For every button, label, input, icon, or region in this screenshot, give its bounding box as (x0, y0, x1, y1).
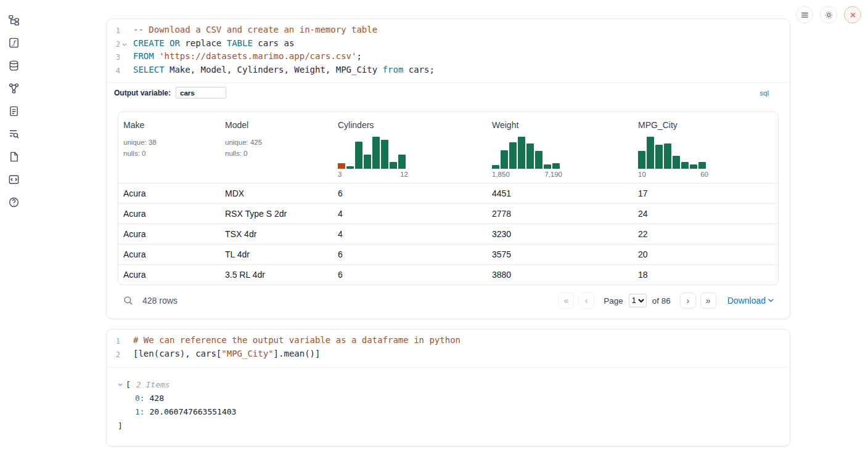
documentation-icon[interactable] (7, 172, 20, 186)
column-header-weight[interactable]: Weight1,8507,190 (487, 112, 633, 184)
help-icon[interactable] (7, 195, 20, 209)
fold-indicator-icon (120, 348, 128, 362)
code-line: 3FROM 'https://datasets.marimo.app/cars.… (110, 51, 784, 64)
page-count-label: of 86 (652, 296, 671, 305)
pagination: « ‹ Page 1 of 86 › » (558, 293, 716, 309)
fold-indicator-icon (120, 51, 128, 64)
column-header-model[interactable]: Modelunique: 425nulls: 0 (220, 112, 333, 184)
fold-indicator-icon (120, 334, 128, 348)
fold-indicator-icon (120, 24, 128, 38)
datasets-icon[interactable] (7, 59, 20, 72)
table-cell: Acura (118, 265, 220, 285)
tree-entry: 0: 428 (118, 392, 779, 406)
outline-icon[interactable] (7, 127, 20, 140)
column-name: Model (225, 120, 328, 130)
histogram-max-label: 60 (700, 171, 708, 178)
table-cell: RSX Type S 2dr (220, 204, 333, 224)
fold-indicator-icon (120, 64, 128, 78)
table-cell: Acura (118, 204, 220, 224)
column-header-cylinders[interactable]: Cylinders312 (333, 112, 487, 184)
dependency-graph-icon[interactable] (7, 81, 20, 95)
histogram-bar (526, 144, 534, 169)
collapse-chevron-icon[interactable] (118, 383, 126, 386)
output-variable-row: Output variable: sql (107, 83, 790, 103)
page-label: Page (604, 296, 623, 305)
table-cell: 18 (633, 265, 779, 285)
column-stats: unique: 425nulls: 0 (225, 137, 328, 159)
histogram-bar (544, 164, 551, 169)
prev-page-button[interactable]: ‹ (578, 293, 594, 309)
sql-code-editor[interactable]: 1-- Download a CSV and create an in-memo… (107, 19, 790, 83)
last-page-button[interactable]: » (700, 293, 716, 309)
python-output: [ 2 Items 0: 4281: 20.060747663551403 ] (107, 367, 790, 446)
histogram-min-label: 10 (638, 171, 646, 178)
histogram-bar (518, 137, 525, 169)
menu-button[interactable] (796, 6, 813, 23)
python-code-editor[interactable]: 1# We can reference the output variable … (107, 330, 790, 366)
search-icon[interactable] (123, 295, 134, 306)
first-page-button[interactable]: « (558, 293, 574, 309)
gear-icon (824, 10, 833, 20)
download-button[interactable]: Download (727, 296, 774, 305)
table-row[interactable]: AcuraRSX Type S 2dr4277824 (118, 204, 779, 224)
fold-indicator-icon[interactable] (120, 38, 128, 51)
table-row[interactable]: AcuraMDX6445117 (118, 184, 779, 204)
settings-button[interactable] (820, 6, 837, 23)
histogram-bar (698, 162, 706, 169)
table-cell: TL 4dr (220, 245, 333, 265)
scratchpad-icon[interactable]: ƒ (7, 36, 20, 49)
table-footer: 428 rows « ‹ Page 1 of 86 › » Download (107, 285, 790, 318)
table-body: AcuraMDX6445117AcuraRSX Type S 2dr427782… (118, 184, 779, 285)
table-cell: 17 (633, 184, 779, 204)
line-number: 4 (110, 64, 120, 78)
table-row[interactable]: Acura3.5 RL 4dr6388018 (118, 265, 779, 285)
histogram-max-label: 7,190 (544, 171, 562, 178)
chevron-down-icon (768, 299, 774, 302)
row-count: 428 rows (142, 296, 178, 305)
svg-text:ƒ: ƒ (11, 39, 17, 46)
close-button[interactable] (844, 6, 861, 23)
table-cell: Acura (118, 184, 220, 204)
next-page-button[interactable]: › (680, 293, 696, 309)
column-header-make[interactable]: Makeunique: 38nulls: 0 (118, 112, 220, 184)
table-row[interactable]: AcuraTL 4dr6357520 (118, 245, 779, 265)
histogram: 312 (338, 137, 408, 178)
topbar-actions (796, 6, 861, 23)
histogram-bar (681, 162, 689, 169)
histogram-bar (673, 156, 680, 169)
tree-entry: 1: 20.060747663551403 (118, 405, 779, 419)
histogram-bar (552, 163, 560, 169)
table-cell: 20 (633, 245, 779, 265)
tree-root-line: [ 2 Items (118, 378, 779, 392)
column-name: Make (123, 120, 215, 130)
close-icon (848, 10, 858, 20)
close-bracket: ] (118, 419, 779, 432)
table-row[interactable]: AcuraTSX 4dr4323022 (118, 224, 779, 245)
histogram-bar (655, 145, 663, 169)
histogram-bar (492, 165, 499, 169)
line-number: 1 (110, 334, 120, 348)
column-name: MPG_City (638, 120, 774, 130)
output-variable-input[interactable] (176, 87, 226, 99)
histogram-bar (535, 151, 542, 169)
notebook-area: 1-- Download a CSV and create an in-memo… (106, 18, 790, 447)
table-cell: Acura (118, 245, 220, 265)
code-line: 1# We can reference the output variable … (110, 334, 784, 348)
page-select[interactable]: 1 (629, 294, 647, 307)
histogram-bar (390, 162, 397, 169)
snippets-icon[interactable] (7, 150, 20, 163)
file-explorer-icon[interactable] (7, 13, 20, 26)
table-cell: 4451 (487, 184, 633, 204)
table-cell: 6 (333, 265, 487, 285)
histogram-min-label: 1,850 (492, 171, 510, 178)
table-cell: 6 (333, 184, 487, 204)
column-header-mpg_city[interactable]: MPG_City1060 (633, 112, 779, 184)
line-number: 2 (110, 348, 120, 362)
histogram-bar (372, 137, 380, 169)
table-cell: 4 (333, 224, 487, 245)
language-badge: sql (760, 89, 769, 97)
line-number: 3 (110, 51, 120, 64)
table-cell: MDX (220, 184, 333, 204)
logs-icon[interactable] (7, 104, 20, 118)
code-line: 2CREATE OR replace TABLE cars as (110, 38, 784, 51)
